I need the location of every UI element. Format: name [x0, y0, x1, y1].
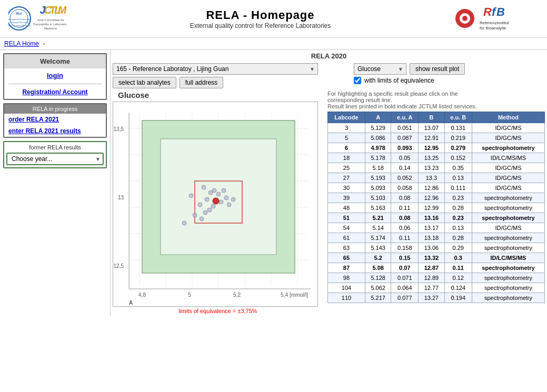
table-cell-3: 12.91 — [419, 133, 444, 143]
table-cell-3: 12.87 — [419, 263, 444, 273]
svg-point-55 — [222, 188, 226, 193]
sidebar-login-link[interactable]: login — [4, 68, 106, 83]
table-cell-2: 0.07 — [391, 263, 419, 273]
show-result-plot-button[interactable]: show result plot — [410, 63, 465, 75]
table-cell-4: 0.23 — [444, 213, 472, 223]
results-table: Labcode A e.u. A B e.u. B Method 35.1290… — [327, 112, 545, 303]
table-row[interactable]: 485.1630.1112.990.28spectrophotometry — [328, 203, 545, 213]
table-row[interactable]: 64.9780.09312.950.279spectrophotometry — [328, 143, 545, 153]
table-row[interactable]: 545.140.0613.170.13ID/GC/MS — [328, 223, 545, 233]
sidebar-registration-link[interactable]: Registration/ Account — [4, 85, 106, 99]
svg-point-56 — [193, 213, 197, 217]
table-cell-5: spectrophotometry — [472, 233, 544, 243]
table-row[interactable]: 615.1740.1113.180.28spectrophotometry — [328, 233, 545, 243]
table-cell-5: ID/GC/MS — [472, 123, 544, 133]
table-row[interactable]: 255.180.1413.230.35ID/GC/MS — [328, 163, 545, 173]
nav-separator: - — [43, 40, 45, 47]
result-info-line1: For highlighting a specific result pleas… — [327, 91, 545, 97]
table-row[interactable]: 1105.2170.07713.270.194spectrophotometry — [328, 293, 545, 303]
table-cell-0: 54 — [328, 223, 365, 233]
sidebar: Welcome login Registration/ Account RELA… — [0, 50, 111, 316]
table-cell-1: 5.103 — [365, 193, 391, 203]
table-row[interactable]: 185.1780.0513.250.152ID/LC/MS/MS — [328, 153, 545, 163]
full-address-button[interactable]: full address — [180, 77, 223, 88]
table-cell-1: 5.129 — [365, 123, 391, 133]
svg-point-53 — [205, 197, 209, 202]
table-cell-0: 39 — [328, 193, 365, 203]
table-cell-2: 0.052 — [391, 173, 419, 183]
svg-text:B: B — [496, 5, 505, 18]
table-cell-4: 0.28 — [444, 203, 472, 213]
lab-select-wrapper: 165 - Reference Laboratoy , Lijing Guan … — [113, 63, 318, 75]
table-cell-4: 0.219 — [444, 133, 472, 143]
table-row[interactable]: 395.1030.0812.960.23spectrophotometry — [328, 193, 545, 203]
year-select[interactable]: Choose year... 2020 2019 2018 2017 2016 — [6, 153, 104, 165]
svg-text:Referenzinstitut: Referenzinstitut — [480, 21, 509, 25]
table-cell-2: 0.08 — [391, 213, 419, 223]
svg-text:5,2: 5,2 — [233, 292, 241, 298]
col-b: B — [419, 112, 444, 123]
table-cell-2: 0.058 — [391, 183, 419, 193]
table-cell-1: 5.143 — [365, 243, 391, 253]
table-row[interactable]: 35.1290.05113.070.131ID/GC/MS — [328, 123, 545, 133]
table-row[interactable]: 875.080.0712.870.11spectrophotometry — [328, 263, 545, 273]
table-cell-5: spectrophotometry — [472, 283, 544, 293]
svg-point-52 — [198, 203, 202, 207]
col-eu-b: e.u. B — [444, 112, 472, 123]
app-subtitle: External quality control for Reference L… — [66, 22, 454, 29]
table-cell-0: 61 — [328, 233, 365, 243]
table-cell-1: 5.178 — [365, 153, 391, 163]
svg-text:Medicine: Medicine — [44, 27, 57, 30]
table-row[interactable]: 1045.0620.06412.770.124spectrophotometry — [328, 283, 545, 293]
svg-point-57 — [203, 210, 207, 215]
svg-rect-37 — [161, 139, 276, 255]
table-cell-3: 12.99 — [419, 203, 444, 213]
select-lab-analytes-button[interactable]: select lab analytes — [113, 77, 176, 88]
svg-point-51 — [212, 188, 216, 193]
table-cell-4: 0.12 — [444, 273, 472, 283]
table-cell-5: spectrophotometry — [472, 143, 544, 153]
equivalence-checkbox[interactable] — [354, 77, 361, 84]
result-info-line2: corresponding result line. — [327, 97, 545, 103]
table-cell-5: spectrophotometry — [472, 263, 544, 273]
table-cell-2: 0.11 — [391, 203, 419, 213]
table-body: 35.1290.05113.070.131ID/GC/MS55.0860.087… — [328, 123, 545, 303]
table-row[interactable]: 985.1280.07112.890.12spectrophotometry — [328, 273, 545, 283]
sidebar-inprogress-section: RELA in progress order RELA 2021 enter R… — [3, 103, 107, 138]
svg-text:4,8: 4,8 — [138, 292, 146, 298]
table-cell-1: 5.21 — [365, 213, 391, 223]
svg-text:12,5: 12,5 — [114, 263, 124, 269]
table-cell-4: 0.29 — [444, 243, 472, 253]
lab-select[interactable]: 165 - Reference Laboratoy , Lijing Guan — [113, 63, 318, 75]
rela-home-link[interactable]: RELA Home — [4, 40, 39, 47]
table-row[interactable]: 55.0860.08712.910.219ID/GC/MS — [328, 133, 545, 143]
table-row[interactable]: 515.210.0813.160.23spectrophotometry — [328, 213, 545, 223]
svg-text:and Laboratory Medicine: and Laboratory Medicine — [8, 24, 31, 27]
table-row[interactable]: 305.0930.05812.860.111ID/GC/MS — [328, 183, 545, 193]
table-cell-1: 5.093 — [365, 183, 391, 193]
table-cell-1: 5.18 — [365, 163, 391, 173]
table-cell-1: 5.163 — [365, 203, 391, 213]
sidebar-welcome-section: Welcome login Registration/ Account — [3, 53, 107, 100]
svg-point-65 — [231, 197, 235, 202]
analyte-select[interactable]: Glucose Creatinine Cholesterol — [354, 63, 406, 75]
table-row[interactable]: 275.1930.05213.30.13ID/GC/MS — [328, 173, 545, 183]
equivalence-label: with limits of equivalence — [364, 77, 434, 84]
table-cell-2: 0.08 — [391, 193, 419, 203]
table-cell-4: 0.124 — [444, 283, 472, 293]
sidebar-enter-link[interactable]: enter RELA 2021 results — [4, 125, 106, 137]
table-row[interactable]: 635.1430.15813.060.29spectrophotometry — [328, 243, 545, 253]
svg-point-49 — [202, 185, 206, 189]
table-cell-4: 0.3 — [444, 253, 472, 263]
table-cell-3: 13.23 — [419, 163, 444, 173]
table-cell-3: 12.86 — [419, 183, 444, 193]
svg-text:5,4: 5,4 — [281, 292, 288, 298]
header: ifcc International Federation of Clinica… — [0, 0, 547, 38]
table-row[interactable]: 655.20.1513.320.3ID/LC/MS/MS — [328, 253, 545, 263]
table-cell-0: 51 — [328, 213, 365, 223]
table-cell-5: spectrophotometry — [472, 293, 544, 303]
table-cell-5: spectrophotometry — [472, 273, 544, 283]
table-cell-1: 4.978 — [365, 143, 391, 153]
result-info: For highlighting a specific result pleas… — [327, 91, 545, 109]
sidebar-order-link[interactable]: order RELA 2021 — [4, 114, 106, 125]
